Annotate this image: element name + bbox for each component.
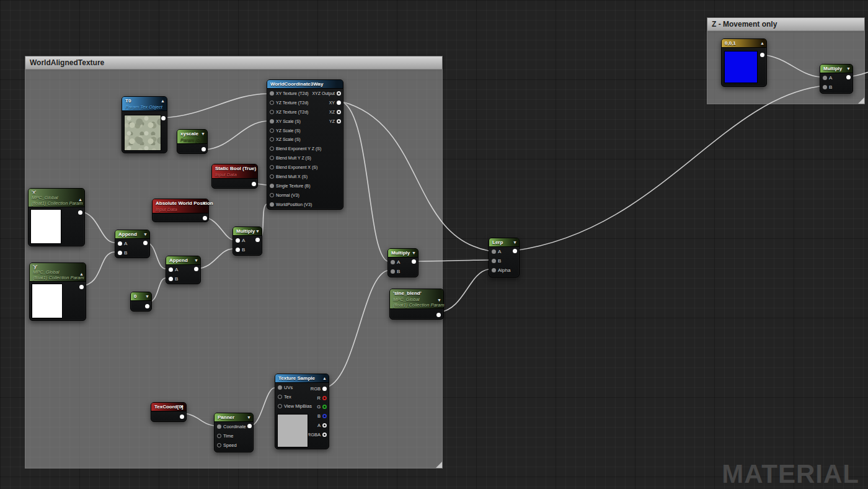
comment-resize-handle[interactable] xyxy=(436,462,442,468)
node-lerp[interactable]: Lerp ▼ A B Alpha xyxy=(489,238,520,277)
node-multiply-2[interactable]: Multiply ▼ A B xyxy=(388,248,418,277)
input-pin[interactable] xyxy=(391,260,395,264)
collapse-arrow-icon[interactable]: ▲ xyxy=(78,196,82,203)
output-pin[interactable] xyxy=(203,216,207,220)
output-pin[interactable] xyxy=(143,241,148,245)
node-worldcoordinate3way[interactable]: WorldCoordinate3Way XY Texture (T2d) YZ … xyxy=(267,79,343,210)
input-pin[interactable] xyxy=(270,193,274,197)
output-pin-rgb[interactable] xyxy=(322,387,327,391)
output-pin-a[interactable] xyxy=(322,423,327,428)
input-pin[interactable] xyxy=(118,251,122,255)
node-xyscale-param[interactable]: xyscale Param (0) ▼ xyxy=(177,129,208,154)
input-pin[interactable] xyxy=(278,395,282,399)
output-pin-b[interactable] xyxy=(322,414,327,418)
output-pin[interactable] xyxy=(161,116,166,120)
comment-resize-handle[interactable] xyxy=(858,97,864,104)
node-constant-0[interactable]: 0 ▼ xyxy=(130,292,152,312)
input-pin[interactable] xyxy=(270,146,274,151)
collapse-arrow-icon[interactable]: ▼ xyxy=(255,228,260,235)
input-pin[interactable] xyxy=(270,128,274,133)
collapse-arrow-icon[interactable]: ▼ xyxy=(145,293,149,300)
input-pin[interactable] xyxy=(278,404,282,408)
node-append-2[interactable]: Append ▼ A B xyxy=(166,256,201,284)
output-pin[interactable] xyxy=(513,249,517,253)
node-panner[interactable]: Panner ▼ Coordinate Time Speed xyxy=(214,413,254,452)
output-pin[interactable] xyxy=(337,110,341,114)
output-pin[interactable] xyxy=(145,304,149,308)
output-pin[interactable] xyxy=(180,415,184,419)
input-pin[interactable] xyxy=(169,267,173,272)
output-pin[interactable] xyxy=(337,91,341,96)
node-t0-param-tex-object[interactable]: T0 Param Tex Object ▲ xyxy=(122,96,167,153)
node-mpc-global-y[interactable]: 'y' MPC_Global (float1) Collection Param… xyxy=(29,262,86,321)
input-pin[interactable] xyxy=(270,174,274,179)
output-pin[interactable] xyxy=(255,238,260,242)
output-pin-g[interactable] xyxy=(322,405,327,409)
node-texcoord-0[interactable]: TexCoord[0] ▼ xyxy=(151,402,187,422)
output-pin[interactable] xyxy=(247,424,252,428)
node-constant-001[interactable]: 0,0,1 ▲ xyxy=(721,38,767,87)
input-pin[interactable] xyxy=(270,184,274,188)
input-pin[interactable] xyxy=(391,269,395,274)
collapse-arrow-icon[interactable]: ▼ xyxy=(180,403,184,410)
input-pin[interactable] xyxy=(270,137,274,141)
collapse-arrow-icon[interactable]: ▲ xyxy=(79,271,84,277)
collapse-arrow-icon[interactable]: ▲ xyxy=(760,40,764,47)
input-pin[interactable] xyxy=(118,241,122,246)
output-pin-r[interactable] xyxy=(322,396,327,400)
output-pin[interactable] xyxy=(337,119,341,123)
output-pin[interactable] xyxy=(846,75,851,79)
input-pin[interactable] xyxy=(236,248,240,252)
collapse-arrow-icon[interactable]: ▼ xyxy=(201,130,205,137)
output-pin[interactable] xyxy=(79,285,84,289)
input-pin[interactable] xyxy=(217,424,221,429)
output-pin[interactable] xyxy=(436,313,441,317)
node-multiply-z[interactable]: Multiply ▼ A B xyxy=(820,64,853,94)
collapse-arrow-icon[interactable]: ▼ xyxy=(437,297,441,303)
node-append-1[interactable]: Append ▼ A B xyxy=(115,230,150,258)
input-pin[interactable] xyxy=(270,165,274,169)
output-pin[interactable] xyxy=(78,210,82,215)
input-pin[interactable] xyxy=(217,443,221,447)
output-pin-rgba[interactable] xyxy=(322,433,327,437)
input-pin[interactable] xyxy=(217,434,221,438)
input-pin[interactable] xyxy=(236,238,240,243)
input-pin[interactable] xyxy=(823,85,827,89)
collapse-arrow-icon[interactable]: ▼ xyxy=(143,231,148,238)
input-pin[interactable] xyxy=(823,76,827,80)
output-pin[interactable] xyxy=(337,101,341,105)
output-pin[interactable] xyxy=(760,53,764,57)
output-pin[interactable] xyxy=(412,259,416,264)
material-graph-canvas[interactable]: MATERIAL WorldAlignedTexture Z - Movemen… xyxy=(0,0,868,489)
input-pin[interactable] xyxy=(270,119,274,123)
output-pin[interactable] xyxy=(194,267,198,271)
input-pin[interactable] xyxy=(492,268,496,272)
node-multiply-1[interactable]: Multiply ▼ A B xyxy=(232,227,262,256)
comment-title-bar[interactable]: WorldAlignedTexture xyxy=(25,56,443,70)
output-pin[interactable] xyxy=(252,182,256,186)
input-pin[interactable] xyxy=(278,385,282,390)
node-texture-sample[interactable]: Texture Sample ▲ UVs Tex View MipBias RG… xyxy=(275,374,329,449)
collapse-arrow-icon[interactable]: ▼ xyxy=(202,200,206,207)
input-pin[interactable] xyxy=(169,277,173,281)
input-pin[interactable] xyxy=(270,110,274,114)
input-pin[interactable] xyxy=(270,91,274,96)
collapse-arrow-icon[interactable]: ▼ xyxy=(513,239,517,246)
input-pin[interactable] xyxy=(492,259,496,263)
node-mpc-global-sine-blend[interactable]: 'sine_blend' MPC_Global (float1) Collect… xyxy=(389,289,444,320)
collapse-arrow-icon[interactable]: ▼ xyxy=(247,414,251,421)
input-pin[interactable] xyxy=(270,101,274,105)
collapse-arrow-icon[interactable]: ▲ xyxy=(161,97,165,104)
input-pin[interactable] xyxy=(270,156,274,160)
node-mpc-global-x[interactable]: 'x' MPC_Global (float1) Collection Param… xyxy=(28,188,85,246)
collapse-arrow-icon[interactable]: ▼ xyxy=(194,257,198,264)
input-pin[interactable] xyxy=(270,202,274,207)
node-static-bool[interactable]: Static Bool (True) Input Data xyxy=(211,164,258,189)
collapse-arrow-icon[interactable]: ▼ xyxy=(412,249,416,256)
node-absolute-world-position[interactable]: Absolute World Position Input Data ▼ xyxy=(152,199,209,222)
collapse-arrow-icon[interactable]: ▲ xyxy=(322,375,327,382)
comment-title-bar[interactable]: Z - Movement only xyxy=(707,17,865,31)
output-pin[interactable] xyxy=(202,147,206,151)
input-pin[interactable] xyxy=(492,249,496,254)
collapse-arrow-icon[interactable]: ▼ xyxy=(846,65,851,72)
